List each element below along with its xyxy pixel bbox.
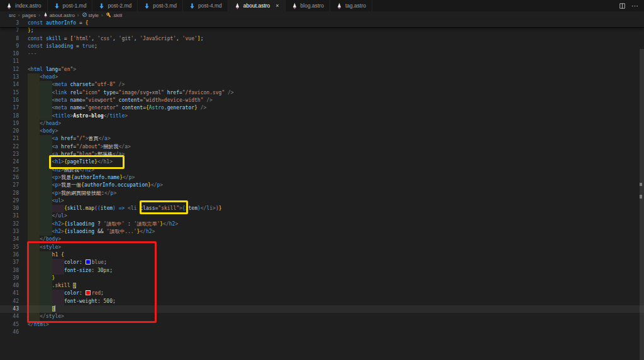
code-line-38[interactable]: 38font-size: 30px; (0, 267, 644, 275)
line-number: 10 (0, 50, 19, 58)
line-content: <link rel="icon" type="image/svg+xml" hr… (28, 89, 644, 97)
tab-about.astro[interactable]: about.astro× (228, 0, 286, 11)
key-icon (106, 12, 111, 19)
indent-rainbow-band (28, 282, 40, 290)
code-line-20[interactable]: 20<body> (0, 128, 644, 135)
indent-rainbow-band (28, 182, 40, 189)
code-line-37[interactable]: 37color: blue; (0, 259, 644, 266)
tab-label: post-2.md (108, 3, 131, 9)
line-content: <a href="/about">關於我</a> (28, 143, 644, 151)
chevron-right-icon: › (77, 13, 80, 18)
code-line-9[interactable]: 9const islaoding = true; (0, 43, 644, 50)
line-content: const authorInfo = { (28, 19, 644, 27)
breadcrumb-item-style[interactable]: style (82, 12, 99, 19)
code-line-27[interactable]: 27<p>我是一個{authorInfo.occupation}</p> (0, 182, 644, 189)
markdown-file-icon (98, 3, 105, 9)
sticky-scroll-line-3[interactable]: 3const authorInfo = { (0, 19, 644, 27)
line-content: <a href="/">首頁</a> (28, 135, 644, 143)
indent-rainbow-band (28, 112, 40, 120)
more-actions-icon[interactable]: ⋯ (631, 2, 638, 10)
line-number: 19 (0, 120, 19, 128)
code-line-18[interactable]: 18<title>Astro-blog</title> (0, 112, 644, 120)
code-line-29[interactable]: 29<ul> (0, 197, 644, 205)
code-line-22[interactable]: 22<a href="/about">關於我</a> (0, 143, 644, 151)
code-line-21[interactable]: 21<a href="/">首頁</a> (0, 135, 644, 143)
breadcrumb-item-about.astro[interactable]: about.astro (43, 12, 75, 19)
tab-post-2.md[interactable]: post-2.md (92, 0, 138, 11)
code-line-32[interactable]: 32<h2>{islaoding ? '讀取中' : '讀取完畢'}</h2> (0, 221, 644, 228)
code-line-41[interactable]: 41color: red; (0, 290, 644, 297)
breadcrumb-label: pages (22, 13, 36, 18)
code-line-45[interactable]: 45</html> (0, 321, 644, 329)
tab-tag.astro[interactable]: tag.astro (330, 0, 372, 11)
code-line-26[interactable]: 26<p>我是{authorInfo.name}</p> (0, 174, 644, 182)
code-line-35[interactable]: 35<style> (0, 244, 644, 251)
code-line-24[interactable]: 24<h1>{pageTitle}</h1> (0, 158, 644, 166)
code-line-42[interactable]: 42font-weight: 500; (0, 298, 644, 305)
line-number: 9 (0, 43, 19, 50)
line-content: <meta name="generator" content={Astro.ge… (28, 104, 644, 112)
code-line-40[interactable]: 40.skill { (0, 282, 644, 290)
code-line-12[interactable]: 12<html lang="en"> (0, 66, 644, 74)
scrollbar[interactable] (640, 49, 644, 360)
indent-rainbow-band (28, 236, 40, 243)
code-line-28[interactable]: 28<p>我的網頁開發技能:</p> (0, 190, 644, 197)
indent-rainbow-band (40, 97, 52, 104)
indent-rainbow-band (40, 112, 52, 120)
code-line-15[interactable]: 15<link rel="icon" type="image/svg+xml" … (0, 89, 644, 97)
code-line-19[interactable]: 19</head> (0, 120, 644, 128)
code-line-7[interactable]: 7}; (0, 27, 644, 35)
indent-rainbow-band (28, 89, 40, 97)
line-number: 39 (0, 275, 19, 282)
code-line-46[interactable]: 46 (0, 329, 644, 336)
code-line-10[interactable]: 10--- (0, 50, 644, 58)
code-line-34[interactable]: 34</body> (0, 236, 644, 243)
code-line-11[interactable]: 11 (0, 58, 644, 65)
code-line-25[interactable]: 25<h2>關於我</h2> (0, 166, 644, 174)
line-content: font-weight: 500; (28, 298, 644, 305)
chevron-right-icon: › (101, 13, 104, 18)
breadcrumb-item-src[interactable]: src (9, 13, 16, 18)
line-number: 21 (0, 135, 19, 143)
tab-post-3.md[interactable]: post-3.md (138, 0, 183, 11)
tab-label: blog.astro (301, 3, 324, 9)
code-line-36[interactable]: 36h1 { (0, 251, 644, 259)
code-line-30[interactable]: 30{skill.map((item) => <li class="skill"… (0, 205, 644, 212)
line-content: <style> (28, 244, 644, 251)
code-line-14[interactable]: 14<meta charset="utf-8" /> (0, 81, 644, 89)
code-line-8[interactable]: 8const skill = ['html', 'css', 'git', 'J… (0, 35, 644, 43)
code-line-13[interactable]: 13<head> (0, 74, 644, 81)
code-line-33[interactable]: 33<h2>{islaoding && '讀取中...'}</h2> (0, 228, 644, 236)
line-content: <h2>{islaoding ? '讀取中' : '讀取完畢'}</h2> (28, 221, 644, 228)
code-editor[interactable]: 3const authorInfo = {7};8const skill = [… (0, 19, 644, 360)
tab-post-4.md[interactable]: post-4.md (183, 0, 228, 11)
line-content: </html> (28, 321, 644, 329)
indent-rainbow-band (28, 228, 40, 236)
code-line-17[interactable]: 17<meta name="generator" content={Astro.… (0, 104, 644, 112)
code-lines: 3const authorInfo = {7};8const skill = [… (0, 19, 644, 336)
close-icon[interactable]: × (275, 3, 279, 9)
code-line-44[interactable]: 44</style> (0, 313, 644, 320)
line-number: 11 (0, 58, 19, 65)
indent-rainbow-band (40, 190, 52, 197)
code-line-39[interactable]: 39} (0, 275, 644, 282)
tab-label: post-4.md (198, 3, 222, 9)
indent-rainbow-band (40, 197, 52, 205)
line-content: <h2>{islaoding && '讀取中...'}</h2> (28, 228, 644, 236)
line-number: 24 (0, 158, 19, 166)
code-line-31[interactable]: 31</ul> (0, 212, 644, 220)
split-editor-icon[interactable] (619, 3, 626, 9)
breadcrumb-item-pages[interactable]: pages (22, 13, 36, 18)
tab-index.astro[interactable]: index.astro (0, 0, 48, 11)
tab-blog.astro[interactable]: blog.astro (286, 0, 330, 11)
breadcrumb-item-.skill[interactable]: .skill (106, 12, 123, 19)
code-line-43[interactable]: 43} (0, 305, 644, 313)
tab-post-1.md[interactable]: post-1.md (48, 0, 93, 11)
indent-rainbow-band (40, 298, 52, 305)
overview-ruler-mark (640, 183, 642, 186)
code-line-23[interactable]: 23<a href="blog">部落格</a> (0, 151, 644, 158)
line-content (28, 58, 644, 65)
line-content: --- (28, 50, 644, 58)
line-number: 7 (0, 27, 19, 35)
code-line-16[interactable]: 16<meta name="viewport" content="width=d… (0, 97, 644, 104)
